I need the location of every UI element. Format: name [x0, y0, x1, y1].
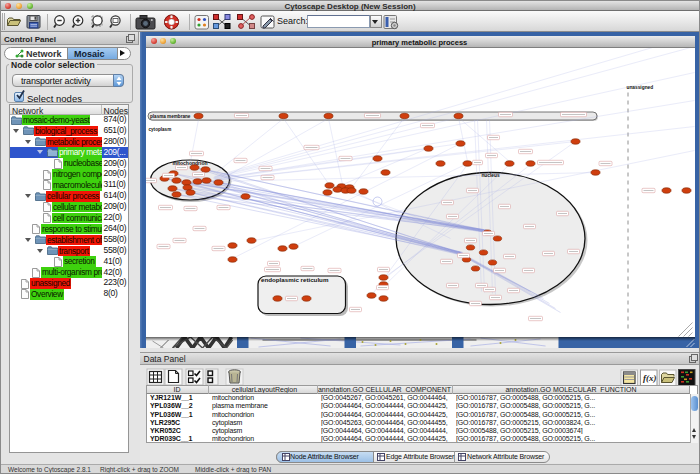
- svg-text:nucleus: nucleus: [481, 173, 499, 178]
- svg-text:unassigned: unassigned: [626, 85, 653, 90]
- svg-text:f(x): f(x): [643, 373, 657, 383]
- svg-text:endoplasmic reticulum: endoplasmic reticulum: [261, 276, 329, 283]
- svg-text:cytoplasm: cytoplasm: [148, 126, 171, 131]
- svg-text:plasma membrane: plasma membrane: [150, 114, 191, 119]
